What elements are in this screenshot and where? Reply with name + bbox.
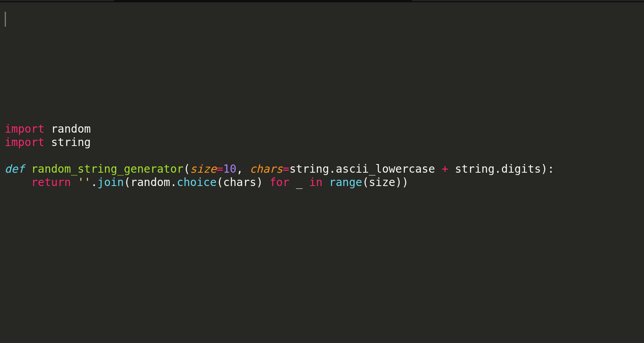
keyword-def: def	[5, 162, 25, 175]
module-name: random	[51, 122, 91, 135]
number-literal: 10	[223, 162, 236, 175]
keyword-in: in	[309, 176, 323, 189]
code-line-2: import string	[5, 136, 91, 149]
keyword-import: import	[5, 122, 44, 135]
method-call-choice: choice	[177, 176, 216, 189]
keyword-import: import	[5, 136, 44, 149]
module-name: string	[51, 136, 91, 149]
keyword-for: for	[269, 176, 289, 189]
string-literal: ''	[77, 176, 91, 189]
param-chars: chars	[250, 162, 283, 175]
builtin-range: range	[329, 176, 362, 189]
code-line-3-blank	[5, 149, 11, 162]
method-call-join: join	[97, 176, 124, 189]
function-name: random_string_generator	[31, 162, 183, 175]
code-line-4: def random_string_generator(size=10, cha…	[5, 162, 554, 175]
code-editor[interactable]: import random import string def random_s…	[0, 0, 644, 343]
code-line-5: return ''.join(random.choice(chars) for …	[5, 176, 408, 189]
indent-guide	[5, 162, 6, 176]
code-line-1: import random	[5, 122, 91, 135]
param-size: size	[190, 162, 216, 175]
keyword-return: return	[31, 176, 71, 189]
